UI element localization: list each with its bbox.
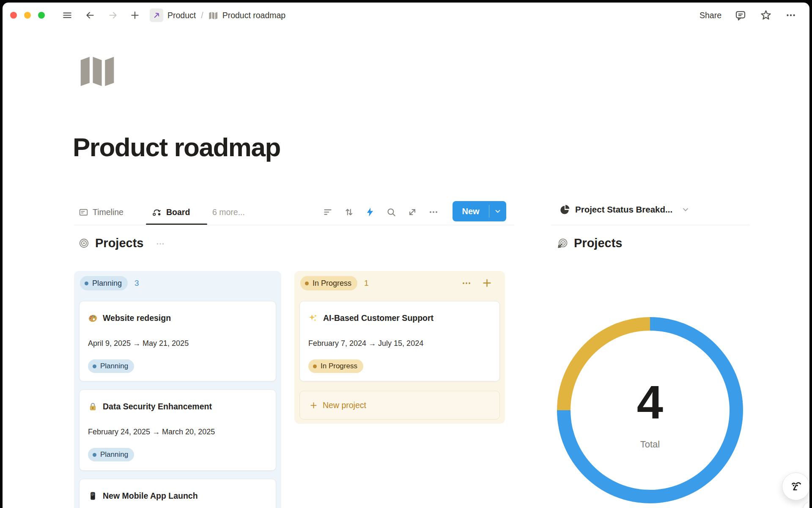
breadcrumb-workspace[interactable]: Product <box>150 8 196 22</box>
search-icon[interactable] <box>386 207 397 218</box>
star-icon[interactable] <box>760 9 772 22</box>
workspace-logo-icon <box>150 8 163 22</box>
lock-icon <box>88 402 98 411</box>
mobile-phone-icon <box>88 491 98 501</box>
new-button-dropdown[interactable] <box>489 207 506 215</box>
side-panel-view-title: Project Status Breakd... <box>575 204 672 215</box>
status-dot <box>85 282 88 285</box>
new-tab-plus-icon[interactable] <box>129 10 140 21</box>
column-in-progress-header[interactable]: In Progress 1 <box>300 276 369 290</box>
card-dates: April 9, 2025 → May 21, 2025 <box>88 339 267 348</box>
forward-arrow-icon[interactable] <box>107 10 118 21</box>
column-name: In Progress <box>313 279 351 288</box>
more-icon[interactable] <box>785 9 797 21</box>
new-button-label: New <box>453 207 489 216</box>
side-panel-view-switcher[interactable]: Project Status Breakd... <box>559 204 690 215</box>
card-title: AI-Based Customer Support <box>323 312 433 323</box>
card-title: Data Security Enhancement <box>103 401 212 412</box>
notion-ai-blob <box>803 501 809 508</box>
page-icon-map[interactable] <box>78 52 117 90</box>
breadcrumb-page-label: Product roadmap <box>222 11 286 20</box>
column-more-icon[interactable] <box>461 278 472 289</box>
board-section-title: Projects <box>95 236 143 250</box>
notion-window: Product / Product roadmap Share <box>3 3 809 508</box>
card-dates: February 24, 2025 → March 20, 2025 <box>88 427 267 436</box>
column-add-icon[interactable] <box>481 277 493 289</box>
tab-more-views[interactable]: 6 more... <box>212 202 245 222</box>
donut-total-value: 4 <box>557 379 743 426</box>
palette-icon <box>88 313 98 323</box>
status-badge: Planning <box>88 359 134 373</box>
page-title[interactable]: Product roadmap <box>73 132 280 162</box>
timeline-view-icon <box>78 207 89 218</box>
new-project-button[interactable]: New project <box>299 391 500 420</box>
sort-icon[interactable] <box>343 207 354 218</box>
notion-ai-face-button[interactable] <box>782 472 809 500</box>
back-arrow-icon[interactable] <box>85 10 96 21</box>
new-button[interactable]: New <box>453 201 506 221</box>
card-title: Website redesign <box>103 312 171 323</box>
map-icon <box>208 11 218 20</box>
status-dot <box>305 282 309 285</box>
card-title: New Mobile App Launch <box>103 490 198 501</box>
status-badge: Planning <box>88 448 134 461</box>
column-count: 3 <box>134 279 139 288</box>
expand-icon[interactable] <box>407 207 418 218</box>
target-icon <box>78 237 90 249</box>
minimize-traffic-light[interactable] <box>24 12 31 19</box>
plus-icon <box>309 401 318 410</box>
share-button[interactable]: Share <box>700 11 721 20</box>
view-more-icon[interactable] <box>428 207 439 218</box>
donut-total-label: Total <box>557 439 743 450</box>
column-planning-header[interactable]: Planning 3 <box>80 276 139 290</box>
column-name: Planning <box>92 279 122 288</box>
filter-icon[interactable] <box>322 207 333 218</box>
notion-ai-face-icon <box>787 478 804 495</box>
close-traffic-light[interactable] <box>10 12 17 19</box>
tab-board[interactable]: Board <box>151 202 190 222</box>
section-more-icon[interactable] <box>155 238 165 248</box>
card-dates: February 7, 2024 → July 15, 2024 <box>308 339 491 348</box>
tab-timeline[interactable]: Timeline <box>78 202 123 222</box>
board-view-icon <box>151 207 162 218</box>
chevron-down-icon <box>681 205 690 214</box>
breadcrumb-page[interactable]: Product roadmap <box>208 11 286 20</box>
breadcrumb-workspace-label: Product <box>167 11 196 20</box>
card-mobile-app[interactable]: New Mobile App Launch May 1, 2025 → May … <box>79 479 276 508</box>
status-badge: In Progress <box>308 359 363 373</box>
panel-section-title: Projects <box>574 236 622 250</box>
pie-chart-icon <box>559 204 570 215</box>
divider <box>74 225 514 225</box>
linked-target-icon <box>557 237 568 249</box>
divider <box>551 225 750 225</box>
maximize-traffic-light[interactable] <box>38 12 45 19</box>
card-ai-support[interactable]: AI-Based Customer Support February 7, 20… <box>299 301 500 381</box>
breadcrumb-separator: / <box>201 11 203 20</box>
sparkles-icon <box>308 313 318 323</box>
card-website-redesign[interactable]: Website redesign April 9, 2025 → May 21,… <box>79 301 276 381</box>
sidebar-menu-icon[interactable] <box>62 10 73 21</box>
column-count: 1 <box>364 279 369 288</box>
comment-icon[interactable] <box>734 9 747 22</box>
card-data-security[interactable]: Data Security Enhancement February 24, 2… <box>79 389 276 471</box>
automation-bolt-icon[interactable] <box>365 207 376 218</box>
status-donut-chart[interactable]: 4 Total <box>557 317 743 503</box>
